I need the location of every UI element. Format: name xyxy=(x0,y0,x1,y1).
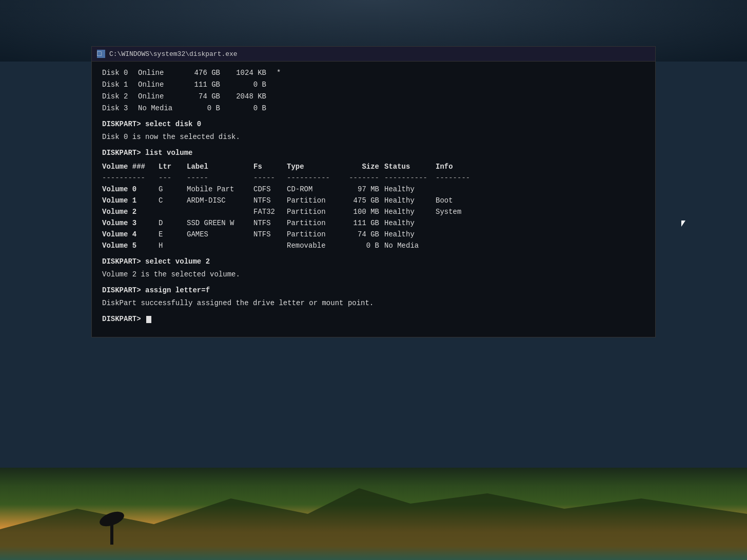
col-header-num: Volume ### xyxy=(102,162,159,172)
table-row: Disk 0 Online 476 GB 1024 KB * xyxy=(102,68,645,78)
disk-table: Disk 0 Online 476 GB 1024 KB * Disk 1 On… xyxy=(102,68,645,114)
title-bar: □ C:\WINDOWS\system32\diskpart.exe xyxy=(92,47,655,62)
vol-type: Partition xyxy=(287,218,343,229)
vol-type: Partition xyxy=(287,195,343,206)
table-row: Volume 5 H Removable 0 B No Media xyxy=(102,241,645,251)
col-header-type: Type xyxy=(287,162,343,172)
cursor xyxy=(146,316,151,323)
vol-size: 475 GB xyxy=(343,195,384,206)
col-header-ltr: Ltr xyxy=(159,162,187,172)
vol-label: Mobile Part xyxy=(187,184,253,195)
disk-status: Online xyxy=(138,91,189,102)
vol-ltr: E xyxy=(159,229,187,240)
divider-fs: ----- xyxy=(253,173,287,184)
response-select-disk: Disk 0 is now the selected disk. xyxy=(102,132,645,143)
response-select-volume: Volume 2 is the selected volume. xyxy=(102,269,645,280)
vol-status: Healthy xyxy=(384,184,436,195)
disk-size: 74 GB xyxy=(189,91,230,102)
disk-size: 111 GB xyxy=(189,79,230,90)
vol-status: No Media xyxy=(384,241,436,251)
col-header-size: Size xyxy=(343,162,384,172)
vol-info: Boot xyxy=(436,195,487,206)
vol-ltr: D xyxy=(159,218,187,229)
divider-label: ----- xyxy=(187,173,253,184)
vol-type: Partition xyxy=(287,229,343,240)
divider-info: -------- xyxy=(436,173,487,184)
command-list-volume: DISKPART> list volume xyxy=(102,148,645,158)
mouse-cursor xyxy=(681,221,685,227)
vol-fs: FAT32 xyxy=(253,207,287,217)
vol-num: Volume 3 xyxy=(102,218,159,229)
col-header-fs: Fs xyxy=(253,162,287,172)
vol-ltr: G xyxy=(159,184,187,195)
vol-fs: NTFS xyxy=(253,218,287,229)
table-row: Disk 3 No Media 0 B 0 B xyxy=(102,103,645,114)
divider-status: ---------- xyxy=(384,173,436,184)
vol-status: Healthy xyxy=(384,229,436,240)
vol-num: Volume 2 xyxy=(102,207,159,217)
vol-size: 74 GB xyxy=(343,229,384,240)
disk-free: 0 B xyxy=(230,79,271,90)
command-select-volume: DISKPART> select volume 2 xyxy=(102,256,645,267)
background-bottom xyxy=(0,468,747,560)
command-assign-letter: DISKPART> assign letter=f xyxy=(102,285,645,296)
col-header-label: Label xyxy=(187,162,253,172)
col-header-info: Info xyxy=(436,162,487,172)
disk-status: No Media xyxy=(138,103,189,114)
table-row: Volume 1 C ARDM-DISC NTFS Partition 475 … xyxy=(102,195,645,206)
divider-ltr: --- xyxy=(159,173,187,184)
terminal-window: □ C:\WINDOWS\system32\diskpart.exe Disk … xyxy=(91,46,656,337)
title-bar-text: C:\WINDOWS\system32\diskpart.exe xyxy=(109,50,238,58)
vol-type: Removable xyxy=(287,241,343,251)
vol-num: Volume 1 xyxy=(102,195,159,206)
divider-size: ------- xyxy=(343,173,384,184)
vol-label: ARDM-DISC xyxy=(187,195,253,206)
disk-status: Online xyxy=(138,79,189,90)
table-row: Volume 0 G Mobile Part CDFS CD-ROM 97 MB… xyxy=(102,184,645,195)
disk-star xyxy=(271,79,287,90)
vol-label: GAMES xyxy=(187,229,253,240)
disk-name: Disk 1 xyxy=(102,79,138,90)
disk-free: 1024 KB xyxy=(230,68,271,78)
disk-name: Disk 3 xyxy=(102,103,138,114)
command-select-disk: DISKPART> select disk 0 xyxy=(102,119,645,130)
volume-table-header: Volume ### Ltr Label Fs Type Size Status… xyxy=(102,162,645,172)
col-header-status: Status xyxy=(384,162,436,172)
landscape-svg xyxy=(0,468,747,560)
disk-size: 0 B xyxy=(189,103,230,114)
vol-num: Volume 5 xyxy=(102,241,159,251)
vol-status: Healthy xyxy=(384,195,436,206)
volume-table-divider: ---------- --- ----- ----- ---------- --… xyxy=(102,173,645,184)
table-row: Volume 2 FAT32 Partition 100 MB Healthy … xyxy=(102,207,645,217)
vol-info: System xyxy=(436,207,487,217)
volume-table: Volume ### Ltr Label Fs Type Size Status… xyxy=(102,162,645,251)
vol-size: 111 GB xyxy=(343,218,384,229)
disk-star: * xyxy=(271,68,287,78)
table-row: Disk 1 Online 111 GB 0 B xyxy=(102,79,645,90)
disk-status: Online xyxy=(138,68,189,78)
table-row: Disk 2 Online 74 GB 2048 KB xyxy=(102,91,645,102)
disk-size: 476 GB xyxy=(189,68,230,78)
divider-num: ---------- xyxy=(102,173,159,184)
vol-ltr: C xyxy=(159,195,187,206)
vol-size: 0 B xyxy=(343,241,384,251)
divider-type: ---------- xyxy=(287,173,343,184)
vol-label: SSD GREEN W xyxy=(187,218,253,229)
disk-star xyxy=(271,91,287,102)
terminal-icon: □ xyxy=(97,50,105,58)
disk-free: 0 B xyxy=(230,103,271,114)
table-row: Volume 4 E GAMES NTFS Partition 74 GB He… xyxy=(102,229,645,240)
vol-num: Volume 4 xyxy=(102,229,159,240)
disk-free: 2048 KB xyxy=(230,91,271,102)
table-row: Volume 3 D SSD GREEN W NTFS Partition 11… xyxy=(102,218,645,229)
vol-type: Partition xyxy=(287,207,343,217)
disk-name: Disk 0 xyxy=(102,68,138,78)
vol-type: CD-ROM xyxy=(287,184,343,195)
disk-star xyxy=(271,103,287,114)
vol-fs: CDFS xyxy=(253,184,287,195)
disk-name: Disk 2 xyxy=(102,91,138,102)
response-assign-letter: DiskPart successfully assigned the drive… xyxy=(102,298,645,309)
vol-status: Healthy xyxy=(384,218,436,229)
vol-ltr: H xyxy=(159,241,187,251)
vol-num: Volume 0 xyxy=(102,184,159,195)
